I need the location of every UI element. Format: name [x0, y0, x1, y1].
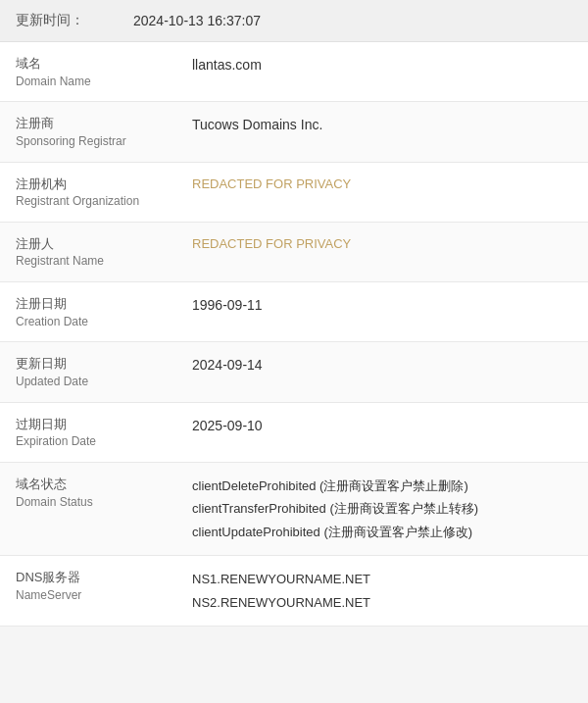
update-time-row: 更新时间： 2024-10-13 16:37:07: [0, 0, 588, 42]
value-col: NS1.RENEWYOURNAME.NETNS2.RENEWYOURNAME.N…: [192, 568, 572, 614]
value-col: 2024-09-14: [192, 354, 572, 376]
info-row: 注册人Registrant NameREDACTED FOR PRIVACY: [0, 223, 588, 282]
label-zh: 注册商: [16, 114, 192, 133]
update-time-label: 更新时间：: [16, 12, 133, 29]
label-col: 更新日期Updated Date: [16, 354, 192, 389]
label-col: 过期日期Expiration Date: [16, 415, 192, 450]
label-col: 注册商Sponsoring Registrar: [16, 114, 192, 149]
label-col: 域名状态Domain Status: [16, 475, 192, 510]
value-col: clientDeleteProhibited (注册商设置客户禁止删除)clie…: [192, 475, 572, 543]
label-zh: 注册人: [16, 234, 192, 254]
domain-info-container: 更新时间： 2024-10-13 16:37:07 域名Domain Namel…: [0, 0, 588, 627]
info-rows: 域名Domain Namellantas.com注册商Sponsoring Re…: [0, 42, 588, 627]
label-en: Domain Status: [16, 494, 192, 511]
label-zh: 域名: [16, 54, 192, 74]
info-row: 注册日期Creation Date1996-09-11: [0, 282, 588, 342]
label-col: 注册日期Creation Date: [16, 294, 192, 329]
label-en: Expiration Date: [16, 433, 192, 450]
label-zh: DNS服务器: [16, 568, 192, 587]
info-row: 域名Domain Namellantas.com: [0, 42, 588, 102]
label-zh: 过期日期: [16, 415, 192, 434]
info-row: 过期日期Expiration Date2025-09-10: [0, 403, 588, 463]
value-col: 2025-09-10: [192, 415, 572, 436]
label-col: DNS服务器NameServer: [16, 568, 192, 603]
update-time-value: 2024-10-13 16:37:07: [133, 13, 261, 28]
value-col: Tucows Domains Inc.: [192, 114, 572, 135]
value-col: llantas.com: [192, 54, 572, 75]
label-zh: 更新日期: [16, 354, 192, 374]
label-en: Registrant Organization: [16, 193, 192, 210]
label-zh: 域名状态: [16, 475, 192, 494]
label-en: Creation Date: [16, 314, 192, 330]
info-row: 注册商Sponsoring RegistrarTucows Domains In…: [0, 102, 588, 162]
label-en: Registrant Name: [16, 253, 192, 270]
label-col: 注册机构Registrant Organization: [16, 175, 192, 210]
label-en: Domain Name: [16, 74, 192, 90]
label-en: Sponsoring Registrar: [16, 133, 192, 150]
label-zh: 注册日期: [16, 294, 192, 314]
info-row: 更新日期Updated Date2024-09-14: [0, 342, 588, 402]
info-row: 注册机构Registrant OrganizationREDACTED FOR …: [0, 163, 588, 223]
label-col: 注册人Registrant Name: [16, 234, 192, 270]
label-en: Updated Date: [16, 374, 192, 390]
info-row: DNS服务器NameServerNS1.RENEWYOURNAME.NETNS2…: [0, 556, 588, 627]
label-col: 域名Domain Name: [16, 54, 192, 89]
label-zh: 注册机构: [16, 175, 192, 194]
value-col: REDACTED FOR PRIVACY: [192, 234, 572, 255]
value-col: REDACTED FOR PRIVACY: [192, 175, 572, 195]
label-en: NameServer: [16, 587, 192, 604]
value-col: 1996-09-11: [192, 294, 572, 316]
info-row: 域名状态Domain StatusclientDeleteProhibited …: [0, 463, 588, 556]
